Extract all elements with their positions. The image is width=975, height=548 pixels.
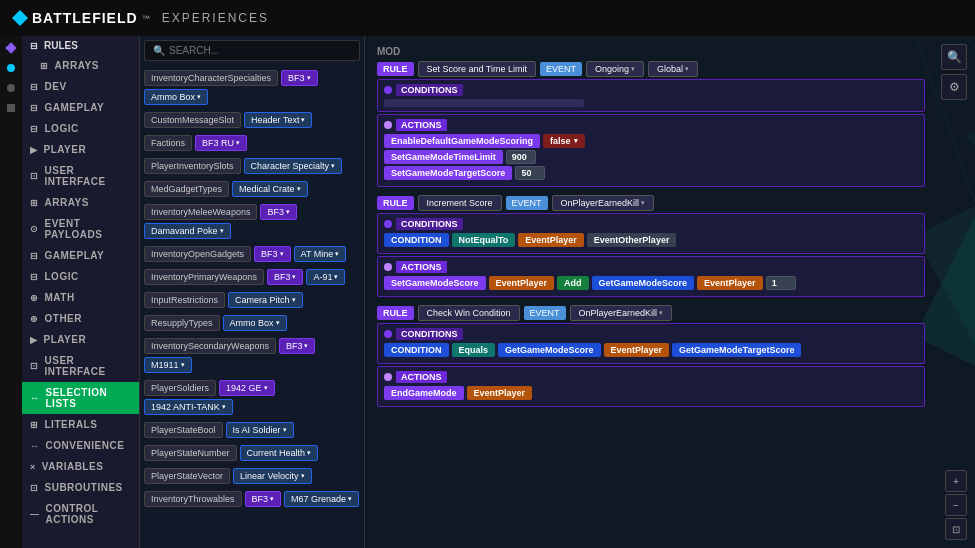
tag-at-mine[interactable]: AT Mine ▾ — [294, 246, 347, 262]
sidebar-item-player-2[interactable]: ▶ PLAYER — [22, 329, 139, 350]
chip-1[interactable]: 1 — [766, 276, 796, 290]
chip-get-score[interactable]: GetGameModeScore — [592, 276, 695, 290]
sidebar-item-event-payloads[interactable]: ⊙ EVENT PAYLOADS — [22, 213, 139, 245]
tag-inventory-char-spec[interactable]: InventoryCharacterSpecialties — [144, 70, 278, 86]
chip-event-other[interactable]: EventOtherPlayer — [587, 233, 677, 247]
chip-event-player-a2b[interactable]: EventPlayer — [697, 276, 763, 290]
tag-player-inv-slots[interactable]: PlayerInventorySlots — [144, 158, 241, 174]
sidebar-item-subroutines[interactable]: ⊡ SUBROUTINES — [22, 477, 139, 498]
tag-player-state-num[interactable]: PlayerStateNumber — [144, 445, 237, 461]
sidebar-item-control-actions[interactable]: — CONTROL ACTIONS — [22, 498, 139, 530]
tag-1942ge[interactable]: 1942 GE ▾ — [219, 380, 275, 396]
icon-bar-top[interactable] — [3, 40, 19, 56]
tag-inv-throwables[interactable]: InventoryThrowables — [144, 491, 242, 507]
chip-event-player-c2[interactable]: EventPlayer — [518, 233, 584, 247]
zoom-in-button[interactable]: + — [945, 470, 967, 492]
sidebar-item-gameplay-1[interactable]: ⊟ GAMEPLAY — [22, 97, 139, 118]
rule-name-chip-1[interactable]: Set Score and Time Limit — [418, 61, 537, 77]
rule-name-chip-2[interactable]: Increment Score — [418, 195, 502, 211]
sidebar-item-selection-lists[interactable]: ↔ SELECTION LISTS — [22, 382, 139, 414]
tag-ammo-box-1[interactable]: Ammo Box ▾ — [144, 89, 208, 105]
chip-end-game[interactable]: EndGameMode — [384, 386, 464, 400]
chip-900[interactable]: 900 — [506, 150, 536, 164]
sidebar-item-other[interactable]: ⊕ OTHER — [22, 308, 139, 329]
tag-char-spec[interactable]: Character Specialty ▾ — [244, 158, 343, 174]
tag-linear-vel[interactable]: Linear Velocity ▾ — [233, 468, 312, 484]
chip-condition-2[interactable]: CONDITION — [384, 233, 449, 247]
tag-current-health[interactable]: Current Health ▾ — [240, 445, 319, 461]
zoom-out-button[interactable]: − — [945, 494, 967, 516]
sidebar-item-ui-2[interactable]: ⊡ USER INTERFACE — [22, 350, 139, 382]
sidebar-item-rules[interactable]: ⊟ RULES — [22, 36, 139, 55]
event-value-3[interactable]: OnPlayerEarnedKill ▾ — [570, 305, 673, 321]
icon-bar-3[interactable] — [3, 80, 19, 96]
tag-player-state-bool[interactable]: PlayerStateBool — [144, 422, 223, 438]
tag-a91[interactable]: A-91 ▾ — [306, 269, 345, 285]
chip-not-equal[interactable]: NotEqualTo — [452, 233, 516, 247]
tag-resupply[interactable]: ResupplyTypes — [144, 315, 220, 331]
chip-enable-default[interactable]: EnableDefaultGameModeScoring — [384, 134, 540, 148]
tag-inv-open-gadgets[interactable]: InventoryOpenGadgets — [144, 246, 251, 262]
tag-bf3-ru[interactable]: BF3 RU ▾ — [195, 135, 247, 151]
sidebar-item-arrays-2[interactable]: ⊞ ARRAYS — [22, 192, 139, 213]
tag-1942at[interactable]: 1942 ANTI-TANK ▾ — [144, 399, 233, 415]
chip-get-score-3[interactable]: GetGameModeScore — [498, 343, 601, 357]
tag-med-gadget[interactable]: MedGadgetTypes — [144, 181, 229, 197]
search-canvas-button[interactable]: 🔍 — [941, 44, 967, 70]
chip-set-target-score[interactable]: SetGameModeTargetScore — [384, 166, 512, 180]
chip-set-time-limit[interactable]: SetGameModeTimeLimit — [384, 150, 503, 164]
sidebar-item-ui-1[interactable]: ⊡ USER INTERFACE — [22, 160, 139, 192]
chip-equals[interactable]: Equals — [452, 343, 496, 357]
chip-add[interactable]: Add — [557, 276, 589, 290]
fit-button[interactable]: ⊡ — [945, 518, 967, 540]
tag-m1911[interactable]: M1911 ▾ — [144, 357, 192, 373]
sidebar-item-dev[interactable]: ⊟ DEV — [22, 76, 139, 97]
chip-event-player-3[interactable]: EventPlayer — [604, 343, 670, 357]
chip-false-val[interactable]: false ▾ — [543, 134, 585, 148]
tag-med-crate[interactable]: Medical Crate ▾ — [232, 181, 308, 197]
tag-bf3-2[interactable]: BF3 ▾ — [260, 204, 297, 220]
sidebar-item-math[interactable]: ⊕ MATH — [22, 287, 139, 308]
tag-factions[interactable]: Factions — [144, 135, 192, 151]
sidebar-item-player-1[interactable]: ▶ PLAYER — [22, 139, 139, 160]
chip-event-player-a3[interactable]: EventPlayer — [467, 386, 533, 400]
rule-name-chip-3[interactable]: Check Win Condition — [418, 305, 520, 321]
search-bar[interactable]: 🔍 — [144, 40, 360, 61]
settings-canvas-button[interactable]: ⚙ — [941, 74, 967, 100]
icon-bar-2[interactable] — [3, 60, 19, 76]
tag-bf3-4[interactable]: BF3 ▾ — [267, 269, 304, 285]
search-input[interactable] — [169, 45, 351, 56]
tag-header-text[interactable]: Header Text ▾ — [244, 112, 312, 128]
tag-custom-msg[interactable]: CustomMessageSlot — [144, 112, 241, 128]
chip-get-target-score[interactable]: GetGameModeTargetScore — [672, 343, 801, 357]
tag-inv-secondary[interactable]: InventorySecondaryWeapons — [144, 338, 276, 354]
tag-damavand[interactable]: Damavand Poke ▾ — [144, 223, 231, 239]
tag-m67[interactable]: M67 Grenade ▾ — [284, 491, 359, 507]
tag-input-restrict[interactable]: InputRestrictions — [144, 292, 225, 308]
tag-inv-melee[interactable]: InventoryMeleeWeapons — [144, 204, 257, 220]
tag-bf3-1[interactable]: BF3 ▾ — [281, 70, 318, 86]
tag-cam-pitch[interactable]: Camera Pitch ▾ — [228, 292, 303, 308]
chip-condition-3[interactable]: CONDITION — [384, 343, 449, 357]
sidebar-item-literals[interactable]: ⊞ LITERALS — [22, 414, 139, 435]
sidebar-item-convenience[interactable]: ↔ CONVENIENCE — [22, 435, 139, 456]
chip-50[interactable]: 50 — [515, 166, 545, 180]
event-value-2[interactable]: OnPlayerEarnedKill ▾ — [552, 195, 655, 211]
tag-player-state-vec[interactable]: PlayerStateVector — [144, 468, 230, 484]
tag-inv-primary[interactable]: InventoryPrimaryWeapons — [144, 269, 264, 285]
sidebar-item-gameplay-2[interactable]: ⊟ GAMEPLAY — [22, 245, 139, 266]
tag-bf3-6[interactable]: BF3 ▾ — [245, 491, 282, 507]
global-chip-1[interactable]: Global ▾ — [648, 61, 698, 77]
tag-bf3-3[interactable]: BF3 ▾ — [254, 246, 291, 262]
sidebar-item-variables[interactable]: × VARIABLES — [22, 456, 139, 477]
sidebar-item-logic-2[interactable]: ⊟ LOGIC — [22, 266, 139, 287]
icon-bar-4[interactable] — [3, 100, 19, 116]
sidebar-item-logic-1[interactable]: ⊟ LOGIC — [22, 118, 139, 139]
sidebar-item-arrays-1[interactable]: ⊞ ARRAYS — [22, 55, 139, 76]
tag-bf3-5[interactable]: BF3 ▾ — [279, 338, 316, 354]
tag-is-ai[interactable]: Is AI Soldier ▾ — [226, 422, 294, 438]
tag-ammo-box-2[interactable]: Ammo Box ▾ — [223, 315, 287, 331]
tag-player-soldiers[interactable]: PlayerSoldiers — [144, 380, 216, 396]
chip-event-player-a2[interactable]: EventPlayer — [489, 276, 555, 290]
event-value-1[interactable]: Ongoing ▾ — [586, 61, 644, 77]
